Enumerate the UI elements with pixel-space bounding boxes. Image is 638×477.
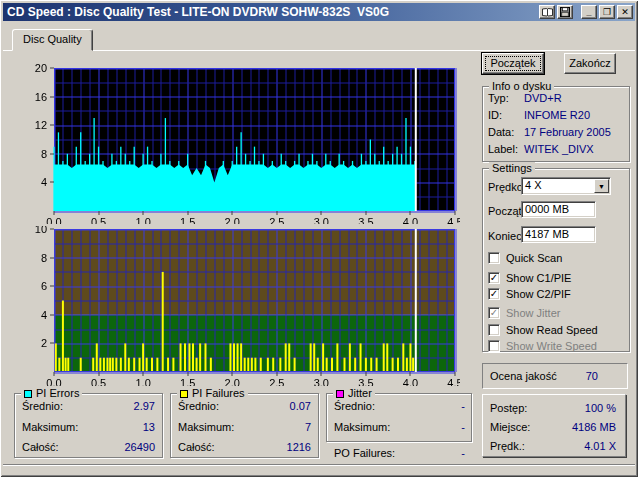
- jitter-max-value: -: [410, 421, 465, 433]
- po-failures-value: -: [410, 447, 465, 459]
- disc-date-label: Data:: [488, 126, 514, 138]
- titlebar[interactable]: CD Speed : Disc Quality Test - LITE-ON D…: [3, 3, 635, 21]
- pi-errors-chart: [10, 59, 460, 224]
- close-button[interactable]: ✕: [617, 5, 633, 19]
- tab-sheet-edge: [3, 50, 635, 52]
- pif-max-label: Maksimum:: [178, 421, 234, 433]
- pif-avg-value: 0.07: [256, 400, 311, 412]
- show-jitter-checkbox: ✓: [488, 307, 500, 319]
- po-failures-label: PO Failures:: [334, 447, 395, 459]
- maximize-button[interactable]: ❐: [599, 5, 615, 19]
- jitter-title: Jitter: [348, 387, 372, 399]
- disc-id-label: ID:: [488, 109, 502, 121]
- disc-info-title: Info o dysku: [489, 80, 554, 92]
- save-icon: [560, 7, 570, 17]
- pif-avg-label: Średnio:: [178, 400, 219, 412]
- pie-avg-label: Średnio:: [22, 400, 63, 412]
- pif-max-value: 7: [256, 421, 311, 433]
- jitter-max-label: Maksimum:: [334, 421, 390, 433]
- speed-now-label: Prędk.:: [490, 440, 525, 452]
- settings-title: Settings: [489, 162, 535, 174]
- end-mb-field[interactable]: 4187 MB: [521, 226, 596, 243]
- status-strip: [3, 464, 635, 475]
- pie-avg-value: 2.97: [100, 400, 155, 412]
- pi-errors-swatch: [24, 390, 32, 398]
- show-write-speed-checkbox: [488, 340, 500, 352]
- jitter-swatch: [336, 390, 344, 398]
- position-label: Miejsce:: [490, 421, 530, 433]
- minimize-button[interactable]: _: [581, 5, 597, 19]
- disc-type-label: Typ:: [488, 92, 509, 104]
- speed-select[interactable]: 4 X ▼: [521, 177, 611, 195]
- tab-disc-quality[interactable]: Disc Quality: [12, 29, 93, 51]
- pi-failures-title: PI Failures: [192, 387, 245, 399]
- disc-label-label: Label:: [488, 143, 518, 155]
- pi-failures-swatch: [180, 390, 188, 398]
- show-read-speed-checkbox[interactable]: [488, 324, 500, 336]
- disc-type-value: DVD+R: [524, 92, 562, 104]
- window-title: CD Speed : Disc Quality Test - LITE-ON D…: [3, 5, 539, 19]
- start-mb-field[interactable]: 0000 MB: [521, 201, 596, 218]
- pi-failures-chart: [10, 226, 460, 386]
- chevron-down-icon[interactable]: ▼: [594, 179, 609, 193]
- speed-value: 4 X: [525, 179, 542, 191]
- stop-button[interactable]: Zakończ: [564, 53, 616, 74]
- pie-total-value: 26490: [100, 441, 155, 453]
- position-value: 4186 MB: [540, 421, 616, 433]
- save-button[interactable]: [557, 5, 573, 19]
- progress-value: 100 %: [540, 402, 616, 414]
- disc-label-value: WITEK _DIVX: [524, 143, 594, 155]
- show-c1-pie-checkbox[interactable]: ✓: [488, 272, 500, 284]
- pif-total-label: Całość:: [178, 441, 215, 453]
- disc-id-value: INFOME R20: [524, 109, 590, 121]
- quality-score-value: 70: [560, 370, 598, 382]
- progress-label: Postęp:: [490, 402, 527, 414]
- pie-total-label: Całość:: [22, 441, 59, 453]
- speed-now-value: 4.01 X: [540, 440, 616, 452]
- jitter-avg-label: Średnio:: [334, 400, 375, 412]
- show-c2-pif-checkbox[interactable]: ✓: [488, 288, 500, 300]
- report-book-icon[interactable]: [539, 5, 555, 19]
- pif-total-value: 1216: [256, 441, 311, 453]
- quality-score-label: Ocena jakość: [490, 370, 557, 382]
- disc-date-value: 17 February 2005: [524, 126, 611, 138]
- pie-max-label: Maksimum:: [22, 421, 78, 433]
- end-mb-label: Koniec: [488, 230, 522, 242]
- jitter-avg-value: -: [410, 400, 465, 412]
- quick-scan-checkbox[interactable]: [488, 252, 500, 264]
- start-button[interactable]: Początek: [482, 53, 544, 74]
- pi-errors-title: PI Errors: [36, 387, 79, 399]
- pie-max-value: 13: [100, 421, 155, 433]
- app-window: CD Speed : Disc Quality Test - LITE-ON D…: [0, 0, 638, 477]
- book-icon: [542, 8, 553, 17]
